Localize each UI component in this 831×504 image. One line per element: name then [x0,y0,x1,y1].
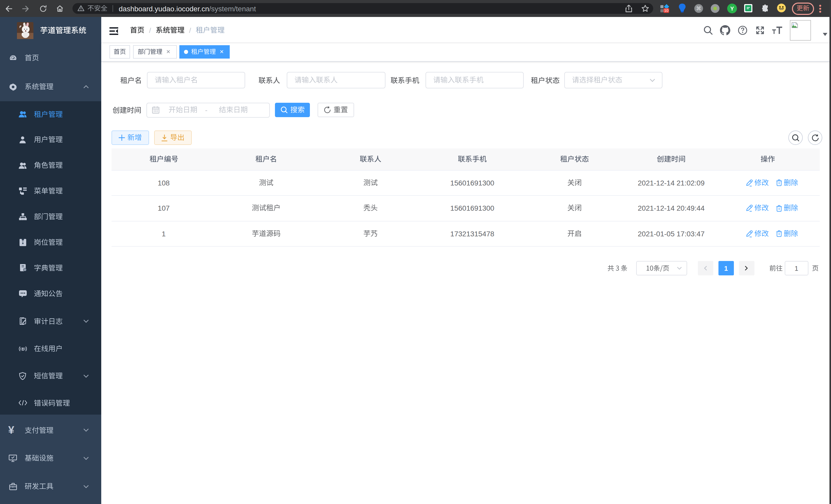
svg-text:⌘: ⌘ [696,5,701,11]
svg-text:Y: Y [730,5,734,11]
svg-text:10: 10 [664,8,668,12]
